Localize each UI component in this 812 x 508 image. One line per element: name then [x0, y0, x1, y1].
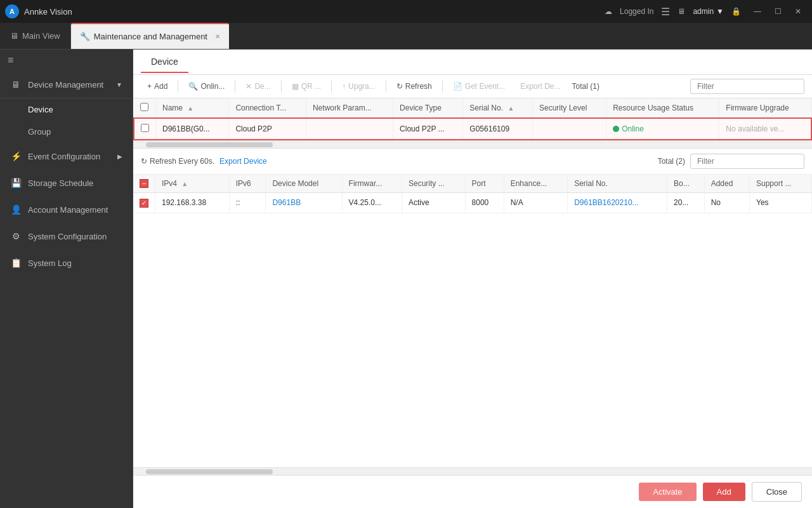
bottom-scrollbar[interactable]	[133, 467, 812, 475]
add-label: Add	[154, 82, 167, 91]
serial-no-link[interactable]: D961BB1620210...	[574, 198, 638, 207]
bcell-enhanced: N/A	[504, 193, 567, 213]
export-device-button[interactable]: Export De...	[514, 79, 566, 94]
th-firmware-upgrade: Firmware Upgrade	[719, 98, 811, 118]
bottom-table-header: − IPv4 ▲ IPv6 Device Model Firmwar... Se…	[133, 175, 812, 193]
cell-security-level	[533, 118, 606, 140]
event-icon: 📄	[453, 82, 462, 91]
tab-device[interactable]: Device	[141, 51, 188, 73]
sidebar-item-group[interactable]: Group	[0, 121, 133, 143]
bottom-filter-input[interactable]	[690, 154, 804, 169]
upper-scrollbar[interactable]	[133, 140, 812, 148]
bottom-scrollbar-thumb[interactable]	[146, 469, 273, 474]
get-event-label: Get Event...	[465, 82, 505, 91]
sort-icon-serial[interactable]: ▲	[508, 105, 514, 112]
tab-close-icon[interactable]: ✕	[215, 33, 220, 40]
separator4	[331, 80, 332, 93]
bcell-device-model: D961BB	[266, 193, 342, 213]
add-button[interactable]: + Add	[141, 79, 174, 94]
lock-icon[interactable]: 🔒	[731, 7, 741, 16]
sort-ipv4[interactable]: ▲	[181, 180, 188, 187]
delete-button[interactable]: ✕ De...	[239, 79, 277, 94]
refresh-button[interactable]: ↻ Refresh	[390, 79, 438, 94]
content-area: Device + Add 🔍 Onlin... ✕ De... ▦ QR ...	[133, 50, 812, 508]
row-checked-box[interactable]: ✓	[140, 199, 148, 208]
select-all-checkbox[interactable]	[140, 103, 148, 111]
device-model-link[interactable]: D961BB	[272, 198, 301, 207]
cell-connection-type: Cloud P2P	[229, 118, 306, 140]
bottom-total-label: Total (2)	[658, 157, 685, 166]
refresh-icon2: ↻	[141, 157, 147, 166]
cell-device-type: Cloud P2P ...	[393, 118, 463, 140]
account-management-icon: 👤	[10, 204, 22, 215]
table-row[interactable]: D961BB(G0... Cloud P2P Cloud P2P ... G05…	[134, 118, 811, 140]
bth-checkbox: −	[133, 175, 155, 193]
export-device-link[interactable]: Export Device	[219, 157, 267, 166]
qr-icon: ▦	[292, 82, 299, 91]
cell-resource-usage: Online	[606, 118, 719, 140]
qr-button[interactable]: ▦ QR ...	[285, 79, 327, 94]
add-device-button[interactable]: Add	[703, 483, 745, 501]
sidebar-item-storage-schedule[interactable]: 💾 Storage Schedule	[0, 170, 133, 196]
sidebar: ≡ 🖥 Device Management ▼ Device Group ⚡ E…	[0, 50, 133, 508]
scrollbar-thumb[interactable]	[146, 142, 273, 147]
delete-icon: ✕	[246, 82, 252, 91]
chevron-down-icon: ▼	[116, 81, 122, 88]
sidebar-item-device-management[interactable]: 🖥 Device Management ▼	[0, 71, 133, 98]
filter-input[interactable]	[690, 79, 804, 94]
maximize-button[interactable]: ☐	[769, 4, 787, 18]
sidebar-collapse-button[interactable]: ≡	[0, 50, 133, 71]
th-name: Name ▲	[156, 98, 229, 118]
admin-label: admin	[693, 7, 714, 16]
monitor-icon[interactable]: 🖥	[678, 7, 685, 16]
bcell-support: Yes	[750, 193, 812, 213]
bth-port: Port	[465, 175, 504, 193]
menu-icon[interactable]: ☰	[661, 6, 670, 18]
sidebar-item-label-system-configuration: System Configuration	[28, 232, 107, 241]
action-bar: Activate Add Close	[133, 475, 812, 508]
activate-button[interactable]: Activate	[639, 483, 696, 501]
bth-enhanced: Enhance...	[504, 175, 567, 193]
sidebar-item-event-config[interactable]: ⚡ Event Configuration ▶	[0, 143, 133, 170]
system-config-icon: ⚙	[10, 231, 22, 242]
get-event-button[interactable]: 📄 Get Event...	[447, 79, 511, 94]
refresh-icon: ↻	[396, 82, 403, 91]
bcell-firmware: V4.25.0...	[342, 193, 402, 213]
storage-schedule-icon: 💾	[10, 177, 22, 189]
bottom-table-row[interactable]: ✓ 192.168.3.38 :: D961BB V4.25.0... Acti…	[133, 193, 812, 213]
sidebar-item-account-management[interactable]: 👤 Account Management	[0, 196, 133, 223]
sidebar-item-label-system-log: System Log	[28, 258, 72, 268]
bth-added: Added	[704, 175, 749, 193]
sidebar-item-system-configuration[interactable]: ⚙ System Configuration	[0, 223, 133, 250]
admin-dropdown[interactable]: admin ▼	[693, 7, 724, 16]
logged-in-status: Logged In	[620, 7, 653, 16]
row-checkbox[interactable]	[141, 124, 149, 132]
sidebar-item-system-log[interactable]: 📋 System Log	[0, 250, 133, 276]
upgrade-label: Upgra...	[348, 82, 376, 91]
admin-arrow: ▼	[716, 7, 724, 16]
online-search-button[interactable]: 🔍 Onlin...	[182, 79, 231, 94]
bth-security: Security ...	[402, 175, 465, 193]
tab-maintenance[interactable]: 🔧 Maintenance and Management ✕	[71, 23, 229, 49]
bth-ipv4: IPv4 ▲	[155, 175, 230, 193]
cell-serial-no: G05616109	[463, 118, 533, 140]
th-serial-no: Serial No. ▲	[463, 98, 533, 118]
main-view-label: Main View	[22, 31, 60, 41]
minimize-button[interactable]: —	[749, 4, 766, 18]
separator6	[442, 80, 443, 93]
tab-main-view[interactable]: 🖥 Main View	[0, 23, 71, 49]
upper-table: Name ▲ Connection T... Network Param... …	[133, 98, 812, 140]
cell-name: D961BB(G0...	[156, 118, 229, 140]
sidebar-item-label-event-config: Event Configuration	[28, 152, 100, 161]
sidebar-item-label-device-management: Device Management	[28, 80, 103, 90]
upgrade-button[interactable]: ↑ Upgra...	[336, 79, 382, 94]
sort-icon-name[interactable]: ▲	[187, 105, 193, 112]
bottom-table-container: − IPv4 ▲ IPv6 Device Model Firmwar... Se…	[133, 175, 812, 467]
close-button[interactable]: ✕	[789, 4, 807, 18]
bcell-security: Active	[402, 193, 465, 213]
maintenance-icon: 🔧	[80, 32, 90, 41]
titlebar-left: A Annke Vision	[5, 4, 72, 18]
minus-button[interactable]: −	[140, 179, 148, 188]
sidebar-item-device[interactable]: Device	[0, 98, 133, 121]
close-dialog-button[interactable]: Close	[752, 482, 802, 502]
